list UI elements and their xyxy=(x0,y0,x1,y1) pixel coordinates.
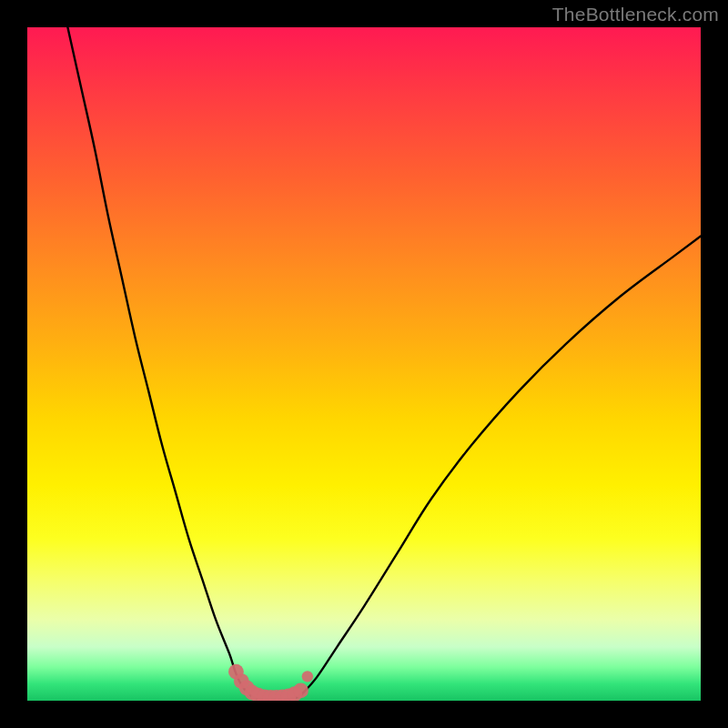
marker-group xyxy=(228,664,313,701)
curve-line xyxy=(67,27,701,700)
chart-frame: TheBottleneck.com xyxy=(0,0,728,728)
chart-svg xyxy=(27,27,701,701)
marker-dot xyxy=(302,671,313,682)
plot-area xyxy=(27,27,701,701)
bottleneck-curve xyxy=(67,27,701,700)
watermark-text: TheBottleneck.com xyxy=(552,4,719,25)
marker-dot xyxy=(293,683,308,699)
